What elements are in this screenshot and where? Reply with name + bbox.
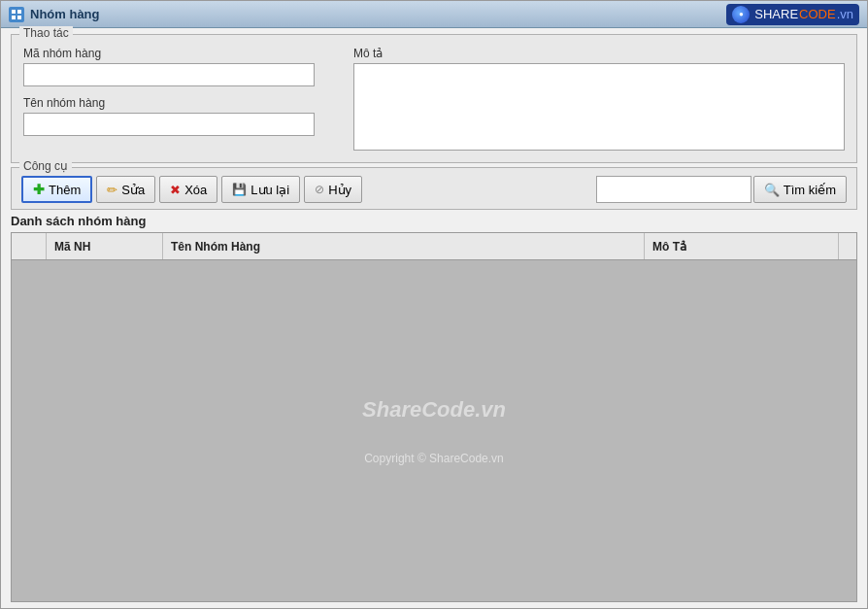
th-mota: Mô Tả bbox=[645, 233, 839, 259]
table-container: Mã NH Tên Nhóm Hàng Mô Tả ShareCode.vn C… bbox=[11, 232, 857, 602]
list-section: Danh sách nhóm hàng Mã NH Tên Nhóm Hàng … bbox=[11, 214, 857, 602]
form-section: Thao tác Mã nhóm hàng Tên nhóm hàng Mô t… bbox=[11, 34, 857, 163]
mota-field-group: Mô tả bbox=[353, 47, 845, 151]
cancel-icon: ⊘ bbox=[315, 183, 324, 196]
huy-button[interactable]: ⊘ Hủy bbox=[304, 176, 362, 203]
toolbar-legend: Công cụ bbox=[19, 159, 72, 173]
ten-field-group: Tên nhóm hàng bbox=[23, 96, 334, 136]
timkiem-button[interactable]: 🔍 Tìm kiếm bbox=[753, 176, 847, 203]
pencil-icon: ✏ bbox=[107, 183, 117, 197]
app-icon bbox=[9, 7, 24, 22]
search-input[interactable] bbox=[596, 176, 751, 203]
title-bar: Nhóm hàng ● SHARECODE.vn bbox=[1, 1, 867, 28]
list-title: Danh sách nhóm hàng bbox=[11, 214, 857, 228]
search-group: 🔍 Tìm kiếm bbox=[596, 176, 847, 203]
svg-rect-0 bbox=[12, 10, 16, 14]
th-tennhomhang: Tên Nhóm Hàng bbox=[163, 233, 645, 259]
ma-input[interactable] bbox=[23, 63, 315, 86]
mota-label: Mô tả bbox=[353, 47, 845, 60]
timkiem-label: Tìm kiếm bbox=[784, 183, 836, 197]
logo-vn: .vn bbox=[837, 7, 853, 21]
svg-rect-2 bbox=[12, 16, 16, 19]
ten-input[interactable] bbox=[23, 113, 315, 136]
xoa-label: Xóa bbox=[184, 183, 207, 197]
logo-badge: ● SHARECODE.vn bbox=[726, 4, 859, 25]
logo-icon: ● bbox=[732, 6, 750, 23]
ma-field-group: Mã nhóm hàng bbox=[23, 47, 334, 86]
copyright-text: Copyright © ShareCode.vn bbox=[364, 452, 504, 465]
th-manh: Mã NH bbox=[47, 233, 163, 259]
svg-rect-3 bbox=[17, 16, 21, 19]
toolbar-section: Công cụ ✚ Thêm ✏ Sửa ✖ Xóa 💾 Lưu lại bbox=[11, 167, 857, 210]
th-checkbox bbox=[12, 233, 47, 259]
logo-share: SHARE bbox=[754, 7, 798, 21]
logo-code: CODE bbox=[799, 7, 836, 21]
title-bar-left: Nhóm hàng bbox=[9, 7, 100, 22]
ma-label: Mã nhóm hàng bbox=[23, 47, 334, 60]
window-title: Nhóm hàng bbox=[30, 7, 100, 21]
them-button[interactable]: ✚ Thêm bbox=[21, 176, 92, 203]
form-legend: Thao tác bbox=[19, 26, 73, 40]
save-icon: 💾 bbox=[232, 183, 247, 196]
watermark-text: ShareCode.vn bbox=[362, 397, 506, 423]
sua-button[interactable]: ✏ Sửa bbox=[96, 176, 155, 203]
content-area: Thao tác Mã nhóm hàng Tên nhóm hàng Mô t… bbox=[1, 28, 867, 608]
main-window: Nhóm hàng ● SHARECODE.vn Thao tác Mã nhó… bbox=[0, 0, 868, 609]
ten-label: Tên nhóm hàng bbox=[23, 96, 334, 110]
sua-label: Sửa bbox=[121, 183, 145, 197]
luu-button[interactable]: 💾 Lưu lại bbox=[221, 176, 300, 203]
xoa-button[interactable]: ✖ Xóa bbox=[159, 176, 217, 203]
x-icon: ✖ bbox=[170, 183, 181, 197]
form-col-left: Mã nhóm hàng Tên nhóm hàng bbox=[23, 47, 334, 151]
form-col-right: Mô tả bbox=[353, 47, 845, 151]
form-row: Mã nhóm hàng Tên nhóm hàng Mô tả bbox=[23, 47, 845, 151]
search-icon: 🔍 bbox=[764, 183, 780, 197]
toolbar-row: ✚ Thêm ✏ Sửa ✖ Xóa 💾 Lưu lại ⊘ Hủy bbox=[21, 176, 847, 203]
huy-label: Hủy bbox=[328, 183, 351, 197]
luu-label: Lưu lại bbox=[250, 183, 289, 197]
them-label: Thêm bbox=[49, 183, 81, 197]
table-body: ShareCode.vn Copyright © ShareCode.vn bbox=[12, 260, 856, 601]
table-header: Mã NH Tên Nhóm Hàng Mô Tả bbox=[12, 233, 856, 260]
plus-icon: ✚ bbox=[33, 182, 45, 197]
svg-rect-1 bbox=[17, 10, 21, 14]
mota-textarea[interactable] bbox=[353, 63, 845, 151]
